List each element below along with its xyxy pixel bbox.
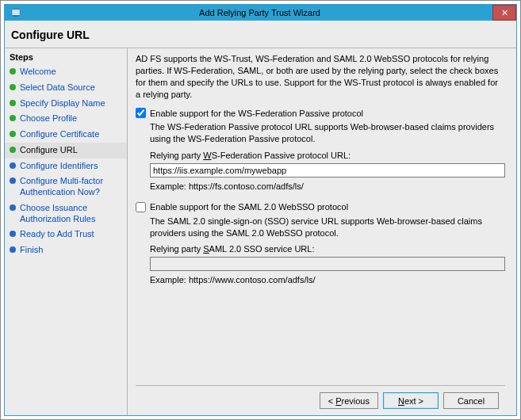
close-icon: ✕ xyxy=(501,8,508,18)
steps-heading: Steps xyxy=(5,52,127,64)
wsfed-checkbox-row[interactable]: Enable support for the WS-Federation Pas… xyxy=(136,108,505,118)
step-bullet-icon xyxy=(10,115,16,121)
wsfed-checkbox-label: Enable support for the WS-Federation Pas… xyxy=(150,109,363,118)
step-label: Choose Issuance Authorization Rules xyxy=(20,203,122,225)
close-button[interactable]: ✕ xyxy=(492,5,516,21)
step-item-5[interactable]: Configure URL xyxy=(5,143,127,158)
step-label: Configure URL xyxy=(20,145,78,156)
svg-rect-0 xyxy=(12,10,21,16)
step-bullet-icon xyxy=(10,204,16,211)
content-area: AD FS supports the WS-Trust, WS-Federati… xyxy=(128,48,516,415)
steps-panel: Steps WelcomeSelect Data SourceSpecify D… xyxy=(5,48,128,415)
wsfed-desc: The WS-Federation Passive protocol URL s… xyxy=(150,121,505,145)
app-icon xyxy=(5,7,27,18)
saml-url-input xyxy=(150,257,505,271)
saml-checkbox[interactable] xyxy=(136,202,146,212)
step-item-0[interactable]: Welcome xyxy=(5,64,127,80)
saml-field-label: Relying party SAML 2.0 SSO service URL: xyxy=(150,243,505,255)
wizard-window: Add Relying Party Trust Wizard ✕ Configu… xyxy=(4,4,517,416)
button-row: < Previous Next > Cancel xyxy=(136,385,505,415)
step-label: Configure Multi-factor Authentication No… xyxy=(20,176,122,198)
step-bullet-icon xyxy=(10,131,16,137)
step-item-7[interactable]: Configure Multi-factor Authentication No… xyxy=(5,174,127,200)
step-label: Select Data Source xyxy=(20,82,95,94)
step-item-6[interactable]: Configure Identifiers xyxy=(5,158,127,174)
step-item-1[interactable]: Select Data Source xyxy=(5,80,127,96)
intro-text: AD FS supports the WS-Trust, WS-Federati… xyxy=(136,53,505,100)
previous-button[interactable]: < Previous xyxy=(320,392,378,409)
wsfed-field-label: Relying party WS-Federation Passive prot… xyxy=(150,150,505,162)
step-bullet-icon xyxy=(10,231,16,237)
wsfed-checkbox[interactable] xyxy=(136,108,146,118)
step-bullet-icon xyxy=(10,100,16,106)
window-title: Add Relying Party Trust Wizard xyxy=(27,8,516,17)
step-item-3[interactable]: Choose Profile xyxy=(5,111,127,127)
step-bullet-icon xyxy=(10,147,16,153)
saml-checkbox-label: Enable support for the SAML 2.0 WebSSO p… xyxy=(150,202,348,212)
step-item-9[interactable]: Ready to Add Trust xyxy=(5,227,127,242)
step-label: Ready to Add Trust xyxy=(20,229,94,240)
step-label: Configure Identifiers xyxy=(20,161,98,172)
step-label: Welcome xyxy=(20,67,56,78)
next-button[interactable]: Next > xyxy=(383,392,439,409)
step-label: Finish xyxy=(20,245,43,256)
step-item-10[interactable]: Finish xyxy=(5,242,127,258)
step-label: Choose Profile xyxy=(20,113,77,124)
wsfed-example: Example: https://fs.contoso.com/adfs/ls/ xyxy=(150,181,505,193)
step-item-4[interactable]: Configure Certificate xyxy=(5,127,127,143)
wsfed-block: The WS-Federation Passive protocol URL s… xyxy=(150,121,505,192)
step-item-8[interactable]: Choose Issuance Authorization Rules xyxy=(5,200,127,227)
titlebar: Add Relying Party Trust Wizard ✕ xyxy=(5,5,516,21)
saml-desc: The SAML 2.0 single-sign-on (SSO) servic… xyxy=(150,216,505,239)
wsfed-url-input[interactable] xyxy=(150,163,505,178)
step-bullet-icon xyxy=(10,162,16,169)
step-bullet-icon xyxy=(10,68,16,74)
step-bullet-icon xyxy=(10,178,16,184)
step-item-2[interactable]: Specify Display Name xyxy=(5,96,127,112)
step-bullet-icon xyxy=(10,246,16,253)
step-label: Specify Display Name xyxy=(20,98,105,109)
step-bullet-icon xyxy=(10,84,16,90)
step-label: Configure Certificate xyxy=(20,129,99,140)
saml-checkbox-row[interactable]: Enable support for the SAML 2.0 WebSSO p… xyxy=(136,202,505,212)
saml-block: The SAML 2.0 single-sign-on (SSO) servic… xyxy=(150,216,505,286)
page-title: Configure URL xyxy=(5,21,516,48)
saml-example: Example: https://www.contoso.com/adfs/ls… xyxy=(150,274,505,286)
cancel-button[interactable]: Cancel xyxy=(443,392,499,409)
